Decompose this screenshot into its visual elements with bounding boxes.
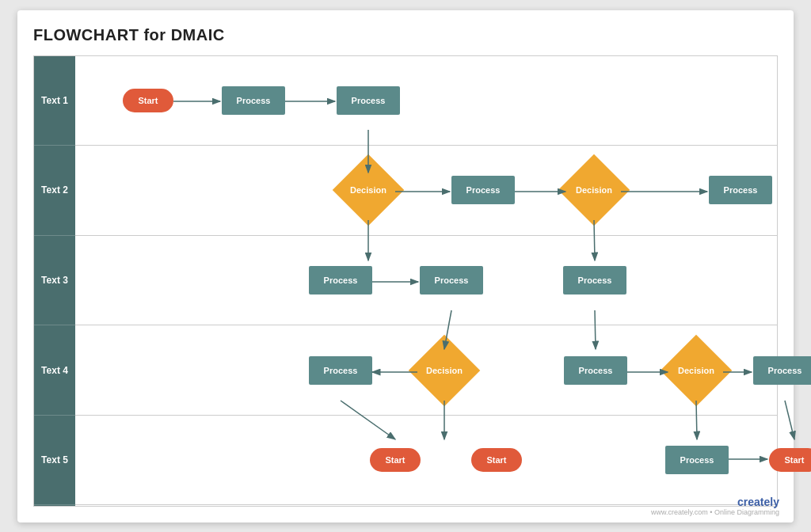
decision-shape-4: Decision: [669, 344, 723, 397]
process-shape-last: Process: [753, 356, 811, 385]
start-shape-1: Start: [123, 89, 173, 112]
brand-url: www.creately.com • Online Diagramming: [651, 508, 779, 516]
page: FLOWCHART for DMAIC Text 1 Text 2 Text 3…: [17, 10, 794, 522]
svg-line-18: [785, 401, 794, 439]
decision-shape-2: Decision: [567, 163, 621, 217]
process-shape-2: Process: [337, 86, 400, 115]
lane-label-5: Text 5: [34, 416, 75, 506]
process-shape-5: Process: [309, 266, 372, 294]
process-shape-6: Process: [420, 266, 483, 294]
lane-label-2: Text 2: [34, 146, 75, 236]
decision-shape-1: Decision: [341, 163, 395, 217]
start-shape-2: Start: [370, 448, 421, 472]
lane-labels: Text 1 Text 2 Text 3 Text 4 Text 5: [34, 56, 75, 506]
lane-5: Start Start Process Start: [75, 416, 777, 506]
footer: creately www.creately.com • Online Diagr…: [651, 496, 779, 516]
decision-shape-3: Decision: [417, 344, 471, 397]
process-shape-8: Process: [309, 356, 372, 385]
lane-1: Start Process Process: [75, 56, 777, 146]
process-shape-1: Process: [222, 86, 285, 115]
process-shape-10: Process: [665, 446, 729, 474]
page-title: FLOWCHART for DMAIC: [33, 26, 778, 44]
lanes-area: Start Process Process Decision: [75, 56, 777, 506]
start-shape-4: Start: [769, 448, 811, 472]
lane-label-4: Text 4: [34, 325, 75, 416]
lane-2: Decision Process Decision Process: [75, 146, 777, 236]
process-shape-4: Process: [709, 176, 772, 204]
lane-label-1: Text 1: [34, 56, 75, 146]
lane-3: Process Process Process: [75, 236, 777, 326]
diagram: Text 1 Text 2 Text 3 Text 4 Text 5 Start…: [33, 55, 778, 507]
process-shape-7: Process: [563, 266, 626, 294]
process-shape-9: Process: [564, 356, 627, 385]
process-shape-3: Process: [451, 176, 515, 204]
lane-4: Process Decision Process Decision: [75, 325, 777, 416]
brand-name: creately: [737, 496, 779, 508]
start-shape-3: Start: [471, 448, 522, 472]
lane-label-3: Text 3: [34, 236, 75, 326]
